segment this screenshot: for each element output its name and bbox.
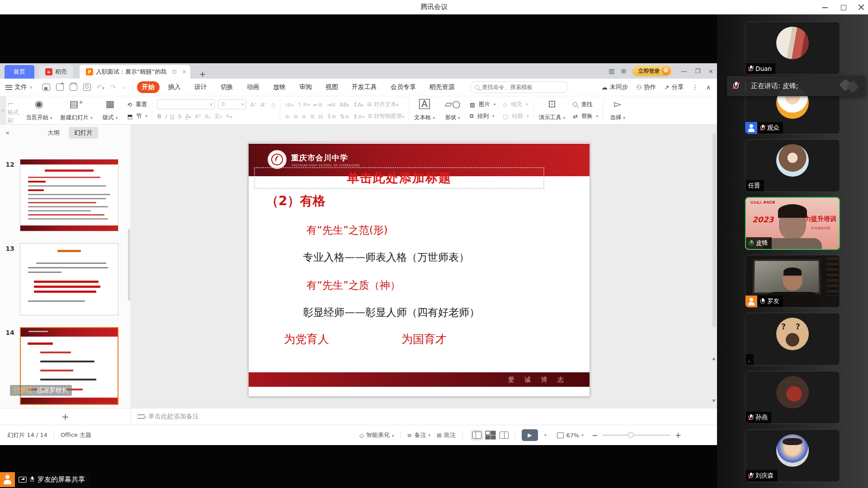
tab-document[interactable]: P 入职面试：展示“靓丽”的我 ⊡ ×: [80, 65, 190, 79]
shapes-button[interactable]: ▱○ 形状 ▾: [439, 96, 466, 124]
canvas-scrollbar[interactable]: [712, 133, 716, 327]
align-left-icon[interactable]: ≡: [285, 113, 289, 120]
wps-close-icon[interactable]: ×: [708, 68, 713, 75]
fill-button[interactable]: ◇填充▾: [503, 99, 528, 110]
decrease-font-icon[interactable]: A⁻: [261, 101, 268, 108]
panel-collapse-handle[interactable]: ‹: [0, 96, 6, 124]
menu-animation[interactable]: 动画: [242, 81, 264, 93]
menu-slideshow[interactable]: 放映: [268, 81, 291, 93]
arrange-button[interactable]: ⧉排列▾: [470, 111, 495, 122]
char-spacing-icon[interactable]: AB▾: [340, 101, 349, 108]
menu-devtools[interactable]: 开发工具: [347, 81, 382, 93]
distribute-icon[interactable]: ⊟: [318, 113, 323, 120]
share-button[interactable]: ↗ 分享: [664, 83, 684, 91]
increase-indent-icon[interactable]: ⇥≡: [326, 101, 336, 108]
presenter-tools-button[interactable]: ⊡ 演示工具 ▾: [535, 96, 570, 124]
font-size-select[interactable]: 0▾: [218, 99, 246, 109]
superscript-button[interactable]: X²: [195, 113, 201, 120]
export-icon[interactable]: [56, 84, 64, 91]
save-icon[interactable]: [42, 84, 50, 91]
textbox-button[interactable]: 🄰 文本框 ▾: [410, 96, 439, 124]
select-button[interactable]: ▻ 选择 ▾: [604, 96, 631, 124]
slide-bottom-right[interactable]: 为国育才: [401, 332, 447, 347]
text-direction-icon[interactable]: ↕A▾: [353, 101, 363, 108]
title-placeholder[interactable]: 单击此处添加标题: [254, 167, 544, 189]
menu-design[interactable]: 设计: [189, 81, 212, 93]
highlight-button[interactable]: ✎▾: [226, 113, 232, 120]
slide-thumbnail-12[interactable]: [20, 159, 118, 231]
command-search[interactable]: [470, 81, 568, 93]
picture-button[interactable]: ▧图片▾: [470, 99, 495, 110]
print-preview-icon[interactable]: [83, 84, 91, 91]
theme-name[interactable]: Office 主题: [61, 431, 91, 439]
numbering-icon[interactable]: ⒈≡▾: [297, 101, 310, 108]
prev-slide-icon[interactable]: ▲: [712, 356, 716, 361]
outline-button[interactable]: ▢轮廓▾: [503, 111, 528, 122]
strikethrough-button[interactable]: S: [178, 113, 182, 120]
comments-button[interactable]: ⊞批注: [437, 431, 456, 439]
decrease-indent-icon[interactable]: ⇤≡: [313, 101, 323, 108]
bullets-icon[interactable]: ⁝≡▾: [285, 101, 293, 108]
font-color-button[interactable]: A̲▾: [185, 113, 191, 120]
zoom-level[interactable]: 67%▾: [557, 432, 583, 439]
collapse-ribbon-icon[interactable]: ∧: [706, 84, 711, 91]
play-options-icon[interactable]: ▾: [544, 433, 547, 437]
format-painter-button[interactable]: ⌐ 格式刷: [6, 96, 22, 124]
present-tab-icon[interactable]: ⊡: [172, 69, 176, 75]
search-input[interactable]: [482, 84, 554, 90]
tab-outline[interactable]: 大纲: [42, 127, 65, 139]
clear-format-icon[interactable]: ◇: [271, 101, 276, 108]
align-center-icon[interactable]: ≡: [293, 113, 298, 120]
align-right-icon[interactable]: ≡: [302, 113, 306, 120]
menu-member[interactable]: 会员专享: [386, 81, 421, 93]
slide-heading[interactable]: （2）有格: [266, 192, 325, 210]
subscript-button[interactable]: X₂: [204, 113, 211, 120]
layout-button[interactable]: ▦ 版式 ▾: [97, 96, 124, 124]
participant-tile-dot[interactable]: ? ? .: [745, 313, 840, 366]
font-name-select[interactable]: ▾: [157, 99, 215, 109]
participant-tile-pifeng-speaking[interactable]: 以文化人 承传正道 2023 能力提升培训 化与传媒学院 皮锋: [745, 197, 840, 250]
notes-toggle[interactable]: ≡备注▾: [407, 431, 430, 439]
increase-font-icon[interactable]: A⁺: [250, 101, 257, 108]
more-options-icon[interactable]: ⋮: [692, 84, 698, 91]
participant-tile-luoyou[interactable]: 罗友: [745, 255, 840, 308]
slide-thumbnail-13[interactable]: [20, 243, 118, 315]
quickbar-more-icon[interactable]: ⌄: [122, 85, 125, 89]
bold-button[interactable]: B: [157, 113, 161, 120]
menu-insert[interactable]: 插入: [163, 81, 186, 93]
zoom-knob[interactable]: [628, 432, 634, 438]
normal-view-icon[interactable]: [472, 432, 481, 439]
grid-view-icon[interactable]: ⊞: [621, 67, 627, 75]
reading-view-icon[interactable]: [500, 432, 509, 439]
phonetic-button[interactable]: 文▾: [214, 113, 222, 120]
tab-docer[interactable]: ❧ 稻壳: [39, 65, 73, 79]
minimize-icon[interactable]: [822, 4, 828, 10]
collapse-panel-icon[interactable]: «: [5, 129, 9, 137]
notes-input[interactable]: 单击此处添加备注: [131, 408, 717, 425]
start-from-page-button[interactable]: ◉ 当页开始 ▾: [22, 96, 57, 124]
tab-home[interactable]: 首页: [5, 65, 34, 79]
to-smartart-button[interactable]: ⧉ 转智能图形▾: [368, 113, 404, 120]
slide-line-4[interactable]: 彰显经师——彰显人师（四有好老师）: [303, 305, 480, 319]
undo-icon[interactable]: ↶▾: [97, 83, 104, 91]
reset-button[interactable]: ⟲重置: [127, 99, 148, 110]
beautify-button[interactable]: ◇智能美化▴: [359, 431, 394, 439]
line-spacing-icon[interactable]: ↕≡: [327, 113, 336, 120]
zoom-out-icon[interactable]: −: [592, 431, 598, 440]
slide-14-editor[interactable]: 重庆市合川中学 HECHUAN HIGH SCHOOL OF CHONGQING…: [248, 142, 590, 397]
participant-tile-sunyan[interactable]: 孙燕: [745, 371, 840, 424]
slideshow-play-button[interactable]: ▶: [522, 429, 538, 441]
tab-slides[interactable]: 幻灯片: [69, 127, 98, 139]
split-view-icon[interactable]: ▥: [609, 67, 614, 75]
print-icon[interactable]: [70, 84, 77, 91]
file-menu[interactable]: 文件 ∨: [5, 83, 33, 91]
add-slide-button[interactable]: +: [0, 408, 131, 425]
participant-tile-duan[interactable]: Duan: [745, 22, 840, 75]
slide-line-3[interactable]: 有“先生”之质（神）: [307, 278, 401, 292]
align-text-button[interactable]: ⊞ 对齐文本▾: [367, 101, 398, 108]
close-icon[interactable]: [858, 4, 864, 10]
section-button[interactable]: ⬒节 ▾: [127, 111, 148, 122]
menu-docer-resources[interactable]: 稻壳资源: [425, 81, 460, 93]
menu-transition[interactable]: 切换: [216, 81, 238, 93]
menu-review[interactable]: 审阅: [294, 81, 317, 93]
